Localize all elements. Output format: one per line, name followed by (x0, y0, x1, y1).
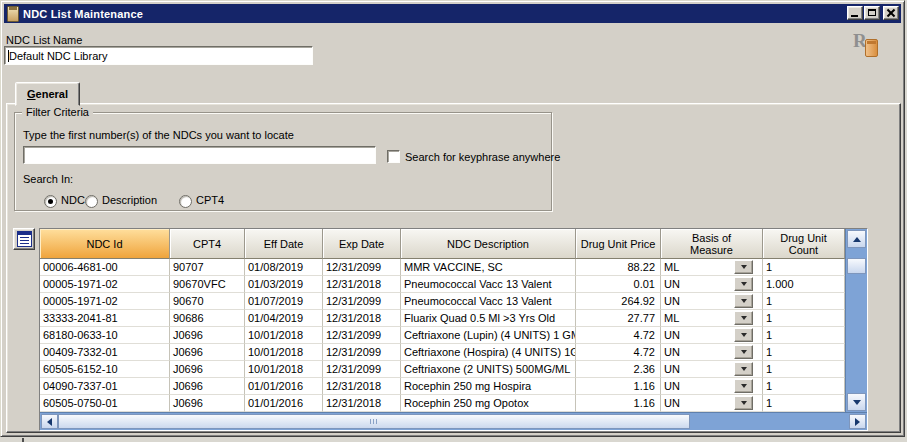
cell-description[interactable]: Ceftriaxone (Lupin) (4 UNITS) 1 GM (401, 327, 576, 344)
cell-price[interactable]: 2.36 (576, 361, 661, 378)
cell-description[interactable]: Ceftriaxone (2 UNITS) 500MG/ML (401, 361, 576, 378)
cell-ndc-id[interactable]: 60505-6152-10 (40, 361, 170, 378)
cell-description[interactable]: Pneumococcal Vacc 13 Valent (401, 276, 576, 293)
cell-count[interactable]: 1.000 (763, 276, 845, 293)
table-row[interactable]: 33333-2041-819068601/04/201912/31/2018Fl… (40, 310, 845, 327)
table-row[interactable]: 00006-4681-009070701/08/201912/31/2099MM… (40, 259, 845, 276)
maximize-button[interactable] (864, 6, 880, 20)
cell-eff-date[interactable]: 01/08/2019 (245, 259, 323, 276)
ndc-search-input[interactable] (26, 148, 375, 162)
cell-ndc-id[interactable]: 00005-1971-02 (40, 293, 170, 310)
cell-price[interactable]: 264.92 (576, 293, 661, 310)
cell-description[interactable]: Ceftriaxone (Hospira) (4 UNITS) 1GM (401, 344, 576, 361)
cell-description[interactable]: Rocephin 250 mg Opotox (401, 395, 576, 412)
table-row[interactable]: 00005-1971-029067001/07/201912/31/2099Pn… (40, 293, 845, 310)
basis-dropdown-button[interactable] (734, 311, 753, 325)
horizontal-scroll-track[interactable] (690, 413, 849, 430)
column-header-basis[interactable]: Basis of Measure (661, 229, 763, 259)
cell-basis[interactable]: ML (661, 259, 763, 276)
tab-general[interactable]: General (15, 82, 80, 106)
table-row[interactable]: 00005-1971-0290670VFC01/03/201912/31/201… (40, 276, 845, 293)
grid-properties-button[interactable] (13, 228, 35, 250)
cell-price[interactable]: 1.16 (576, 395, 661, 412)
scroll-right-button[interactable] (849, 414, 866, 429)
cell-basis[interactable]: UN (661, 361, 763, 378)
cell-price[interactable]: 4.72 (576, 327, 661, 344)
cell-price[interactable]: 4.72 (576, 344, 661, 361)
cell-eff-date[interactable]: 01/03/2019 (245, 276, 323, 293)
column-header-count[interactable]: Drug Unit Count (763, 229, 845, 259)
keyphrase-checkbox[interactable] (387, 150, 400, 163)
column-header-description[interactable]: NDC Description (401, 229, 576, 259)
cell-exp-date[interactable]: 12/31/2099 (323, 361, 401, 378)
cell-basis[interactable]: UN (661, 395, 763, 412)
basis-dropdown-button[interactable] (734, 294, 753, 308)
cell-ndc-id[interactable]: 68180-0633-10 (40, 327, 170, 344)
basis-dropdown-button[interactable] (734, 328, 753, 342)
scroll-down-button[interactable] (847, 393, 866, 411)
cell-description[interactable]: Rocephin 250 mg Hospira (401, 378, 576, 395)
radio-description-label[interactable]: Description (102, 194, 157, 206)
scroll-left-button[interactable] (41, 414, 58, 429)
cell-ndc-id[interactable]: 33333-2041-81 (40, 310, 170, 327)
close-button[interactable] (883, 6, 899, 20)
cell-exp-date[interactable]: 12/31/2018 (323, 395, 401, 412)
cell-exp-date[interactable]: 12/31/2018 (323, 378, 401, 395)
cell-exp-date[interactable]: 12/31/2018 (323, 310, 401, 327)
cell-ndc-id[interactable]: 04090-7337-01 (40, 378, 170, 395)
cell-ndc-id[interactable]: 00409-7332-01 (40, 344, 170, 361)
cell-eff-date[interactable]: 10/01/2018 (245, 344, 323, 361)
ndc-list-name-field[interactable] (4, 46, 313, 65)
cell-count[interactable]: 1 (763, 293, 845, 310)
cell-price[interactable]: 1.16 (576, 378, 661, 395)
basis-dropdown-button[interactable] (734, 260, 753, 274)
cell-cpt4[interactable]: J0696 (170, 395, 245, 412)
cell-count[interactable]: 1 (763, 378, 845, 395)
cell-eff-date[interactable]: 10/01/2018 (245, 327, 323, 344)
cell-basis[interactable]: UN (661, 293, 763, 310)
basis-dropdown-button[interactable] (734, 345, 753, 359)
cell-exp-date[interactable]: 12/31/2099 (323, 293, 401, 310)
column-header-exp-date[interactable]: Exp Date (323, 229, 401, 259)
column-header-eff-date[interactable]: Eff Date (245, 229, 323, 259)
cell-price[interactable]: 27.77 (576, 310, 661, 327)
column-header-cpt4[interactable]: CPT4 (170, 229, 245, 259)
cell-description[interactable]: MMR VACCINE, SC (401, 259, 576, 276)
cell-eff-date[interactable]: 01/07/2019 (245, 293, 323, 310)
cell-description[interactable]: Fluarix Quad 0.5 Ml >3 Yrs Old (401, 310, 576, 327)
scroll-up-button[interactable] (847, 230, 866, 248)
cell-basis[interactable]: ML (661, 310, 763, 327)
cell-count[interactable]: 1 (763, 395, 845, 412)
column-header-price[interactable]: Drug Unit Price (576, 229, 661, 259)
ndc-list-name-input[interactable] (7, 48, 312, 63)
table-row[interactable]: 60505-6152-10J069610/01/201812/31/2099Ce… (40, 361, 845, 378)
cell-count[interactable]: 1 (763, 361, 845, 378)
cell-exp-date[interactable]: 12/31/2099 (323, 344, 401, 361)
basis-dropdown-button[interactable] (734, 379, 753, 393)
table-row[interactable]: 60505-0750-01J069601/01/201612/31/2018Ro… (40, 395, 845, 412)
cell-cpt4[interactable]: J0696 (170, 361, 245, 378)
cell-eff-date[interactable]: 01/01/2016 (245, 378, 323, 395)
vertical-scrollbar[interactable] (845, 229, 867, 412)
cell-cpt4[interactable]: 90707 (170, 259, 245, 276)
radio-cpt4[interactable] (179, 195, 192, 208)
basis-dropdown-button[interactable] (734, 362, 753, 376)
cell-cpt4[interactable]: 90670 (170, 293, 245, 310)
cell-cpt4[interactable]: 90670VFC (170, 276, 245, 293)
cell-exp-date[interactable]: 12/31/2099 (323, 327, 401, 344)
cell-ndc-id[interactable]: 60505-0750-01 (40, 395, 170, 412)
cell-eff-date[interactable]: 10/01/2018 (245, 361, 323, 378)
radio-description[interactable] (85, 195, 98, 208)
basis-dropdown-button[interactable] (734, 277, 753, 291)
ndc-search-field[interactable] (23, 146, 376, 164)
cell-eff-date[interactable]: 01/01/2016 (245, 395, 323, 412)
table-row[interactable]: 00409-7332-01J069610/01/201812/31/2099Ce… (40, 344, 845, 361)
cell-exp-date[interactable]: 12/31/2099 (323, 259, 401, 276)
basis-dropdown-button[interactable] (734, 396, 753, 410)
cell-eff-date[interactable]: 01/04/2019 (245, 310, 323, 327)
cell-cpt4[interactable]: 90686 (170, 310, 245, 327)
cell-basis[interactable]: UN (661, 344, 763, 361)
cell-description[interactable]: Pneumococcal Vacc 13 Valent (401, 293, 576, 310)
cell-count[interactable]: 1 (763, 310, 845, 327)
minimize-button[interactable] (847, 6, 863, 20)
